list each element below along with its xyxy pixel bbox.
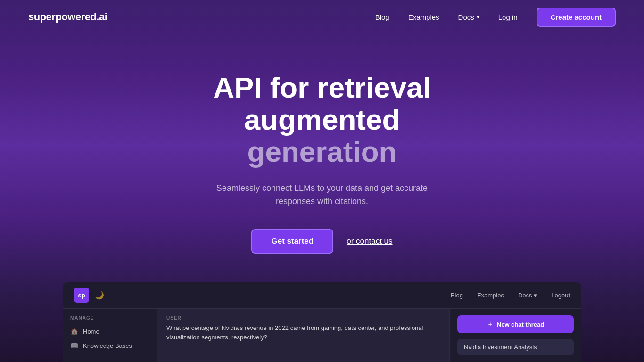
moon-icon[interactable]: 🌙 bbox=[95, 291, 104, 300]
hero-actions: Get started or contact us bbox=[251, 229, 392, 254]
dashboard-chevron-icon: ▾ bbox=[534, 292, 537, 299]
new-chat-label: New chat thread bbox=[497, 321, 544, 328]
dashboard-preview: sp 🌙 Blog Examples Docs ▾ Logout MANAGE … bbox=[63, 282, 581, 362]
dashboard-nav-blog[interactable]: Blog bbox=[451, 292, 463, 299]
hero-section: superpowered.ai Blog Examples Docs ▾ Log… bbox=[0, 0, 644, 362]
hero-title: API for retrieval augmented generation bbox=[133, 72, 511, 168]
sidebar-home-label: Home bbox=[83, 328, 99, 335]
sidebar-knowledge-bases-label: Knowledge Bases bbox=[83, 342, 132, 349]
chat-message: What percentage of Nvidia's revenue in 2… bbox=[166, 323, 440, 342]
dashboard-logout[interactable]: Logout bbox=[551, 292, 570, 299]
sidebar-item-home[interactable]: 🏠 Home bbox=[63, 324, 157, 338]
dashboard-sidebar: MANAGE 🏠 Home 📖 Knowledge Bases bbox=[63, 309, 157, 362]
create-account-button[interactable]: Create account bbox=[537, 8, 616, 27]
hero-subtitle: Seamlessly connect LLMs to your data and… bbox=[209, 181, 435, 209]
hero-title-line1: API for retrieval augmented bbox=[213, 71, 431, 136]
chat-user-label: USER bbox=[166, 315, 440, 321]
chevron-down-icon: ▾ bbox=[477, 14, 479, 20]
dashboard-nav-examples[interactable]: Examples bbox=[477, 292, 504, 299]
home-icon: 🏠 bbox=[70, 328, 78, 335]
sidebar-manage-label: MANAGE bbox=[63, 315, 157, 321]
sidebar-item-knowledge-bases[interactable]: 📖 Knowledge Bases bbox=[63, 338, 157, 353]
navbar-links: Blog Examples Docs ▾ Log in Create accou… bbox=[375, 8, 616, 27]
dashboard-nav-links: Blog Examples Docs ▾ Logout bbox=[451, 292, 570, 299]
hero-title-line2: generation bbox=[248, 135, 397, 168]
plus-icon: ＋ bbox=[487, 320, 493, 329]
nav-blog[interactable]: Blog bbox=[375, 13, 389, 21]
nvidia-card[interactable]: Nvidia Investment Analysis bbox=[457, 339, 574, 355]
nav-docs[interactable]: Docs ▾ bbox=[458, 13, 479, 21]
dashboard-nav-docs[interactable]: Docs ▾ bbox=[518, 292, 537, 299]
dashboard-topbar-left: sp 🌙 bbox=[74, 288, 104, 303]
dashboard-topbar: sp 🌙 Blog Examples Docs ▾ Logout bbox=[63, 282, 581, 309]
dashboard-main: USER What percentage of Nvidia's revenue… bbox=[157, 309, 449, 362]
brand-logo[interactable]: superpowered.ai bbox=[28, 11, 107, 23]
nav-docs-label: Docs bbox=[458, 13, 474, 21]
nav-login[interactable]: Log in bbox=[498, 13, 518, 21]
navbar: superpowered.ai Blog Examples Docs ▾ Log… bbox=[0, 0, 644, 34]
get-started-button[interactable]: Get started bbox=[251, 229, 333, 254]
contact-button[interactable]: or contact us bbox=[347, 237, 392, 246]
dashboard-right-panel: ＋ New chat thread Nvidia Investment Anal… bbox=[449, 309, 581, 362]
nav-examples[interactable]: Examples bbox=[408, 13, 439, 21]
dashboard-body: MANAGE 🏠 Home 📖 Knowledge Bases USER Wha… bbox=[63, 309, 581, 362]
dashboard-docs-label: Docs bbox=[518, 292, 532, 299]
dashboard-logo: sp bbox=[74, 288, 89, 303]
new-chat-button[interactable]: ＋ New chat thread bbox=[457, 315, 574, 333]
book-icon: 📖 bbox=[70, 342, 78, 349]
